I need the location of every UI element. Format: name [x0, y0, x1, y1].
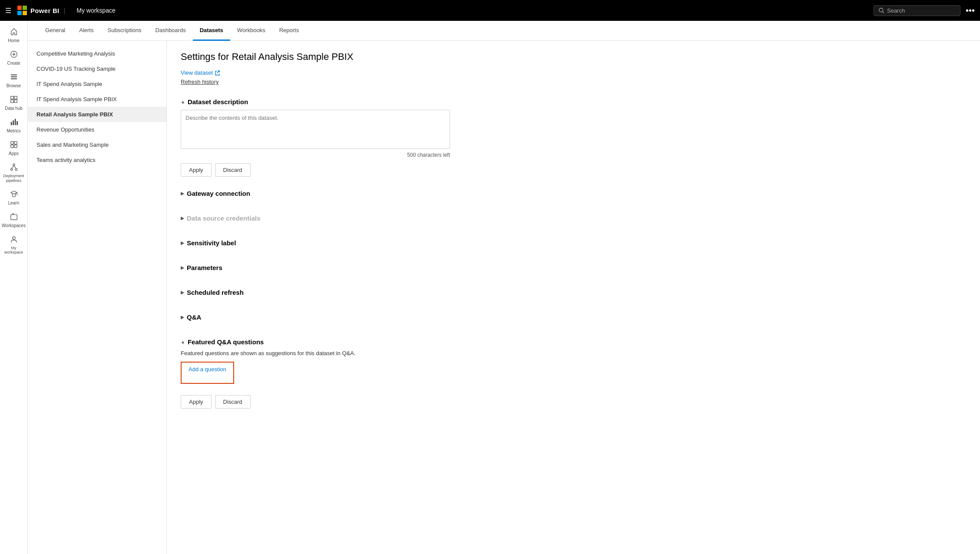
svg-rect-12	[10, 96, 13, 99]
sidebar-item-deployment[interactable]: Deployment pipelines	[2, 160, 26, 187]
svg-line-27	[11, 166, 13, 168]
svg-rect-15	[14, 100, 17, 102]
add-question-button[interactable]: Add a question	[182, 363, 233, 376]
svg-line-5	[883, 12, 884, 13]
dataset-item-revenue[interactable]: Revenue Opportunities	[28, 122, 166, 137]
svg-rect-3	[23, 11, 27, 15]
content-area: General Alerts Subscriptions Dashboards …	[28, 21, 980, 554]
dataset-item-itspendpbix[interactable]: IT Spend Analysis Sample PBIX	[28, 92, 166, 107]
svg-point-24	[13, 164, 15, 166]
section-featured-qa-header[interactable]: ▲ Featured Q&A questions	[181, 334, 966, 350]
sidebar-item-learn[interactable]: Learn	[2, 187, 26, 209]
section-gateway-header[interactable]: ▶ Gateway connection	[181, 185, 966, 201]
view-dataset-link[interactable]: View dataset	[181, 69, 966, 76]
tab-dashboards[interactable]: Dashboards	[149, 21, 193, 41]
dataset-item-competitive[interactable]: Competitive Marketing Analysis	[28, 46, 166, 61]
tab-subscriptions[interactable]: Subscriptions	[100, 21, 148, 41]
sidebar-item-datahub[interactable]: Data hub	[2, 92, 26, 115]
svg-rect-1	[23, 6, 27, 10]
apps-icon	[10, 141, 18, 150]
metrics-label: Metrics	[7, 129, 20, 134]
refresh-history-link[interactable]: Refresh history	[181, 79, 966, 85]
section-gateway: ▶ Gateway connection	[181, 185, 966, 201]
sidebar-item-apps[interactable]: Apps	[2, 137, 26, 160]
section-parameters: ▶ Parameters	[181, 260, 966, 276]
layout: Home Create Browse Data hub Metrics	[0, 21, 980, 554]
section-sensitivity-header[interactable]: ▶ Sensitivity label	[181, 235, 966, 251]
more-options-icon[interactable]: •••	[966, 6, 975, 16]
gateway-arrow-icon: ▶	[181, 191, 184, 196]
svg-rect-22	[10, 145, 13, 148]
tab-alerts[interactable]: Alerts	[72, 21, 100, 41]
brand-logo: Power BI	[17, 6, 60, 15]
description-btn-row: Apply Discard	[181, 163, 966, 177]
sidebar-item-myworkspace[interactable]: My workspace	[2, 232, 26, 259]
topbar: ☰ Power BI | My workspace Search •••	[0, 0, 980, 21]
qa-arrow-icon: ▶	[181, 315, 184, 320]
section-datasource-header[interactable]: ▶ Data source credentials	[181, 210, 966, 226]
description-textarea[interactable]	[181, 110, 450, 149]
section-refresh-header[interactable]: ▶ Scheduled refresh	[181, 284, 966, 300]
ms-logo-icon	[17, 6, 27, 15]
section-description-label: Dataset description	[188, 98, 248, 106]
dataset-item-retail[interactable]: Retail Analysis Sample PBIX	[28, 107, 166, 122]
home-label: Home	[8, 38, 20, 43]
browse-icon	[10, 73, 18, 82]
add-question-container: Add a question	[181, 362, 234, 384]
featured-qa-apply-button[interactable]: Apply	[181, 395, 212, 409]
create-label: Create	[7, 61, 20, 66]
metrics-icon	[10, 118, 18, 127]
sidebar-item-browse[interactable]: Browse	[2, 69, 26, 92]
svg-rect-2	[17, 11, 22, 15]
svg-rect-9	[10, 75, 17, 76]
section-qa-header[interactable]: ▶ Q&A	[181, 309, 966, 325]
description-arrow-icon: ▲	[181, 99, 185, 104]
section-description-header[interactable]: ▲ Dataset description	[181, 94, 966, 110]
dataset-item-teams[interactable]: Teams activity analytics	[28, 152, 166, 168]
sidebar-item-metrics[interactable]: Metrics	[2, 115, 26, 137]
dataset-item-sales[interactable]: Sales and Marketing Sample	[28, 137, 166, 152]
tab-general[interactable]: General	[38, 21, 72, 41]
sidebar-item-create[interactable]: Create	[2, 47, 26, 69]
svg-rect-14	[10, 100, 13, 102]
svg-rect-10	[10, 76, 17, 77]
parameters-arrow-icon: ▶	[181, 265, 184, 270]
section-parameters-header[interactable]: ▶ Parameters	[181, 260, 966, 276]
section-datasource: ▶ Data source credentials	[181, 210, 966, 226]
tab-workbooks[interactable]: Workbooks	[230, 21, 272, 41]
workspace-label[interactable]: My workspace	[76, 7, 115, 14]
dataset-item-itspend[interactable]: IT Spend Analysis Sample	[28, 76, 166, 92]
hamburger-icon[interactable]: ☰	[5, 7, 11, 15]
svg-point-4	[879, 8, 883, 12]
svg-rect-0	[17, 6, 22, 10]
apps-label: Apps	[9, 151, 19, 156]
home-icon	[10, 28, 18, 37]
tab-datasets[interactable]: Datasets	[193, 21, 230, 41]
section-qa: ▶ Q&A	[181, 309, 966, 325]
sidebar-item-workspaces[interactable]: Workspaces	[2, 209, 26, 232]
featured-qa-btn-row: Apply Discard	[181, 395, 966, 409]
myworkspace-icon	[10, 235, 18, 244]
refresh-arrow-icon: ▶	[181, 290, 184, 295]
svg-rect-18	[14, 119, 16, 125]
deployment-icon	[10, 163, 18, 172]
char-count: 500 characters left	[181, 152, 450, 158]
browse-label: Browse	[7, 83, 21, 89]
svg-rect-21	[14, 142, 17, 144]
learn-label: Learn	[8, 201, 20, 206]
section-refresh-label: Scheduled refresh	[187, 289, 244, 296]
settings-panel: Settings for Retail Analysis Sample PBIX…	[167, 41, 980, 554]
datahub-icon	[10, 96, 18, 105]
main-area: Competitive Marketing Analysis COVID-19 …	[28, 41, 980, 554]
section-gateway-label: Gateway connection	[187, 190, 250, 197]
sidebar-item-home[interactable]: Home	[2, 24, 26, 47]
dataset-item-covid[interactable]: COVID-19 US Tracking Sample	[28, 61, 166, 76]
featured-qa-discard-button[interactable]: Discard	[215, 395, 251, 409]
description-discard-button[interactable]: Discard	[215, 163, 251, 177]
search-box[interactable]: Search	[874, 5, 960, 16]
svg-rect-16	[10, 122, 12, 125]
create-icon	[10, 50, 18, 59]
section-dataset-description: ▲ Dataset description 500 characters lef…	[181, 94, 966, 177]
description-apply-button[interactable]: Apply	[181, 163, 212, 177]
tab-reports[interactable]: Reports	[272, 21, 306, 41]
